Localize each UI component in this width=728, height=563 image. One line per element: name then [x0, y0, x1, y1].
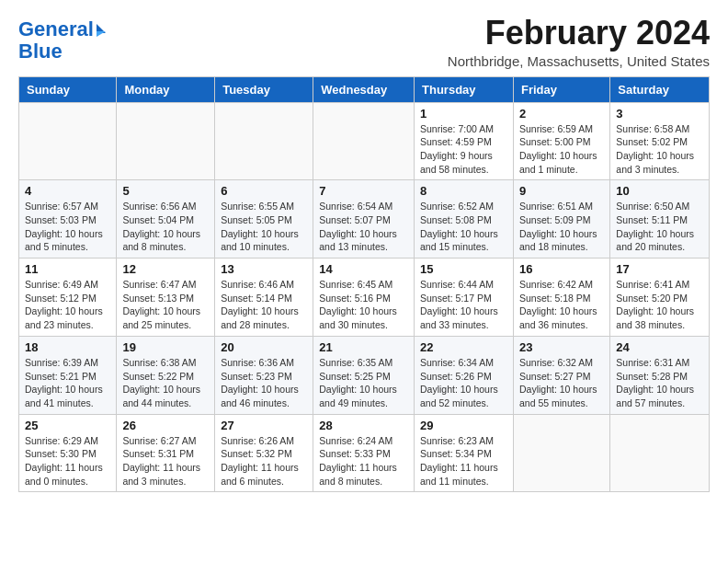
day-info: Sunrise: 7:00 AMSunset: 4:59 PMDaylight:…	[420, 122, 507, 177]
calendar-cell: 5Sunrise: 6:56 AMSunset: 5:04 PMDaylight…	[117, 180, 215, 259]
calendar-cell: 15Sunrise: 6:44 AMSunset: 5:17 PMDayligh…	[415, 259, 514, 337]
calendar-cell	[313, 102, 415, 180]
day-number: 15	[420, 262, 507, 276]
day-info: Sunrise: 6:41 AMSunset: 5:20 PMDaylight:…	[616, 278, 703, 332]
calendar-cell: 20Sunrise: 6:36 AMSunset: 5:23 PMDayligh…	[215, 336, 313, 414]
calendar-table: SundayMondayTuesdayWednesdayThursdayFrid…	[18, 76, 710, 493]
calendar-cell: 29Sunrise: 6:23 AMSunset: 5:34 PMDayligh…	[415, 414, 514, 492]
day-info: Sunrise: 6:35 AMSunset: 5:25 PMDaylight:…	[319, 356, 408, 410]
calendar-cell	[215, 102, 313, 180]
day-number: 13	[221, 262, 307, 276]
calendar-cell: 21Sunrise: 6:35 AMSunset: 5:25 PMDayligh…	[313, 336, 415, 414]
calendar-cell: 2Sunrise: 6:59 AMSunset: 5:00 PMDaylight…	[513, 102, 609, 180]
day-number: 21	[319, 340, 408, 354]
calendar-cell: 12Sunrise: 6:47 AMSunset: 5:13 PMDayligh…	[117, 259, 215, 337]
month-title: February 2024	[448, 15, 710, 52]
day-info: Sunrise: 6:52 AMSunset: 5:08 PMDaylight:…	[420, 200, 507, 254]
day-number: 11	[25, 262, 110, 276]
day-number: 6	[221, 184, 307, 198]
day-info: Sunrise: 6:54 AMSunset: 5:07 PMDaylight:…	[319, 200, 408, 254]
logo: General Blue	[18, 18, 106, 63]
calendar-cell: 24Sunrise: 6:31 AMSunset: 5:28 PMDayligh…	[610, 336, 710, 414]
day-info: Sunrise: 6:57 AMSunset: 5:03 PMDaylight:…	[25, 200, 110, 254]
location: Northbridge, Massachusetts, United State…	[448, 53, 710, 69]
day-info: Sunrise: 6:46 AMSunset: 5:14 PMDaylight:…	[221, 278, 307, 332]
calendar-week-row: 1Sunrise: 7:00 AMSunset: 4:59 PMDaylight…	[19, 102, 710, 180]
day-info: Sunrise: 6:56 AMSunset: 5:04 PMDaylight:…	[122, 200, 209, 254]
page-header: General Blue February 2024 Northbridge, …	[18, 15, 710, 69]
day-number: 24	[616, 340, 703, 354]
day-info: Sunrise: 6:47 AMSunset: 5:13 PMDaylight:…	[122, 278, 209, 332]
day-info: Sunrise: 6:27 AMSunset: 5:31 PMDaylight:…	[122, 434, 209, 488]
day-info: Sunrise: 6:34 AMSunset: 5:26 PMDaylight:…	[420, 356, 507, 410]
calendar-cell: 14Sunrise: 6:45 AMSunset: 5:16 PMDayligh…	[313, 259, 415, 337]
calendar-cell: 8Sunrise: 6:52 AMSunset: 5:08 PMDaylight…	[415, 180, 514, 259]
day-number: 9	[519, 184, 604, 198]
day-number: 10	[616, 184, 703, 198]
day-info: Sunrise: 6:29 AMSunset: 5:30 PMDaylight:…	[25, 434, 110, 488]
title-block: February 2024 Northbridge, Massachusetts…	[448, 15, 710, 69]
weekday-header-saturday: Saturday	[610, 76, 710, 102]
day-number: 25	[25, 419, 110, 432]
day-number: 26	[122, 419, 209, 432]
calendar-week-row: 25Sunrise: 6:29 AMSunset: 5:30 PMDayligh…	[19, 414, 710, 492]
calendar-cell: 22Sunrise: 6:34 AMSunset: 5:26 PMDayligh…	[415, 336, 514, 414]
day-number: 7	[319, 184, 408, 198]
calendar-header-row: SundayMondayTuesdayWednesdayThursdayFrid…	[19, 76, 710, 102]
weekday-header-tuesday: Tuesday	[215, 76, 313, 102]
day-info: Sunrise: 6:49 AMSunset: 5:12 PMDaylight:…	[25, 278, 110, 332]
calendar-cell: 10Sunrise: 6:50 AMSunset: 5:11 PMDayligh…	[610, 180, 710, 259]
calendar-week-row: 11Sunrise: 6:49 AMSunset: 5:12 PMDayligh…	[19, 259, 710, 337]
day-info: Sunrise: 6:51 AMSunset: 5:09 PMDaylight:…	[519, 200, 604, 254]
day-info: Sunrise: 6:39 AMSunset: 5:21 PMDaylight:…	[25, 356, 110, 410]
day-number: 12	[122, 262, 209, 276]
calendar-cell: 18Sunrise: 6:39 AMSunset: 5:21 PMDayligh…	[19, 336, 117, 414]
calendar-cell: 9Sunrise: 6:51 AMSunset: 5:09 PMDaylight…	[513, 180, 609, 259]
day-number: 4	[25, 184, 110, 198]
day-number: 5	[122, 184, 209, 198]
calendar-cell: 13Sunrise: 6:46 AMSunset: 5:14 PMDayligh…	[215, 259, 313, 337]
day-number: 22	[420, 340, 507, 354]
weekday-header-sunday: Sunday	[19, 76, 117, 102]
day-info: Sunrise: 6:42 AMSunset: 5:18 PMDaylight:…	[519, 278, 604, 332]
calendar-cell	[513, 414, 609, 492]
calendar-cell: 19Sunrise: 6:38 AMSunset: 5:22 PMDayligh…	[117, 336, 215, 414]
day-number: 23	[519, 340, 604, 354]
day-info: Sunrise: 6:55 AMSunset: 5:05 PMDaylight:…	[221, 200, 307, 254]
calendar-cell	[117, 102, 215, 180]
calendar-cell: 25Sunrise: 6:29 AMSunset: 5:30 PMDayligh…	[19, 414, 117, 492]
day-info: Sunrise: 6:36 AMSunset: 5:23 PMDaylight:…	[221, 356, 307, 410]
day-number: 17	[616, 262, 703, 276]
day-number: 3	[616, 107, 703, 121]
logo-text-line1: General	[18, 18, 94, 40]
day-info: Sunrise: 6:26 AMSunset: 5:32 PMDaylight:…	[221, 434, 307, 488]
day-number: 28	[319, 419, 408, 432]
calendar-cell: 28Sunrise: 6:24 AMSunset: 5:33 PMDayligh…	[313, 414, 415, 492]
day-number: 20	[221, 340, 307, 354]
weekday-header-thursday: Thursday	[415, 76, 514, 102]
calendar-cell: 26Sunrise: 6:27 AMSunset: 5:31 PMDayligh…	[117, 414, 215, 492]
day-number: 29	[420, 419, 507, 432]
logo-text-line2: Blue	[18, 40, 63, 63]
day-info: Sunrise: 6:59 AMSunset: 5:00 PMDaylight:…	[519, 122, 604, 177]
day-number: 27	[221, 419, 307, 432]
calendar-week-row: 18Sunrise: 6:39 AMSunset: 5:21 PMDayligh…	[19, 336, 710, 414]
calendar-cell	[610, 414, 710, 492]
day-info: Sunrise: 6:24 AMSunset: 5:33 PMDaylight:…	[319, 434, 408, 488]
day-number: 16	[519, 262, 604, 276]
calendar-cell: 16Sunrise: 6:42 AMSunset: 5:18 PMDayligh…	[513, 259, 609, 337]
calendar-cell: 4Sunrise: 6:57 AMSunset: 5:03 PMDaylight…	[19, 180, 117, 259]
calendar-cell: 17Sunrise: 6:41 AMSunset: 5:20 PMDayligh…	[610, 259, 710, 337]
day-info: Sunrise: 6:31 AMSunset: 5:28 PMDaylight:…	[616, 356, 703, 410]
day-info: Sunrise: 6:58 AMSunset: 5:02 PMDaylight:…	[616, 122, 703, 177]
calendar-week-row: 4Sunrise: 6:57 AMSunset: 5:03 PMDaylight…	[19, 180, 710, 259]
day-info: Sunrise: 6:44 AMSunset: 5:17 PMDaylight:…	[420, 278, 507, 332]
day-number: 1	[420, 107, 507, 121]
day-number: 19	[122, 340, 209, 354]
day-info: Sunrise: 6:32 AMSunset: 5:27 PMDaylight:…	[519, 356, 604, 410]
day-number: 18	[25, 340, 110, 354]
weekday-header-monday: Monday	[117, 76, 215, 102]
calendar-cell: 3Sunrise: 6:58 AMSunset: 5:02 PMDaylight…	[610, 102, 710, 180]
day-info: Sunrise: 6:50 AMSunset: 5:11 PMDaylight:…	[616, 200, 703, 254]
calendar-cell: 11Sunrise: 6:49 AMSunset: 5:12 PMDayligh…	[19, 259, 117, 337]
